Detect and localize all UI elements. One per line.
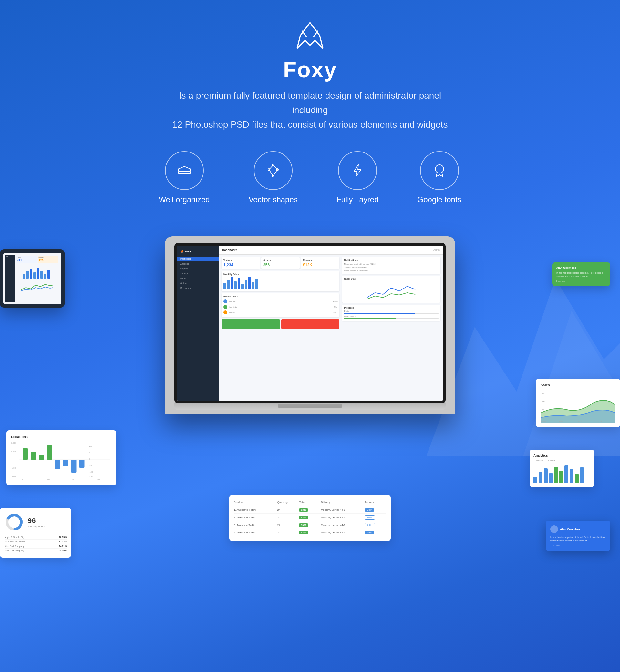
dash-right-card-1: Notifications New order received from us…: [342, 257, 441, 274]
svg-text:0.2: 0.2: [541, 417, 545, 419]
notif-green-time: 1 hour ago: [556, 280, 607, 282]
svg-rect-11: [30, 269, 32, 279]
svg-text:0.4: 0.4: [541, 409, 545, 411]
svg-rect-16: [47, 270, 50, 279]
svg-text:50: 50: [89, 452, 91, 453]
sales-chart-title: Sales: [540, 383, 616, 387]
location-chart-bars: 100 50 0 -50 -100 -150: [18, 442, 112, 478]
dash-main-area: Dashboard Admin Visitors 1,234: [219, 246, 443, 401]
notif-blue-time: 1 hour ago: [550, 544, 606, 546]
dash-mini-bars: [223, 277, 338, 289]
feature-circle-lightning: [338, 151, 377, 190]
tablet-screen: M Users 421 Orders 128: [3, 253, 61, 304]
table-row: 3. Awesome T-shirt 24 $350 Moscow, Lenin…: [234, 521, 386, 529]
svg-text:$0.03: $0.03: [541, 420, 546, 422]
location-chart-title: Locations: [11, 435, 112, 439]
product-table-header: Product Quantity Total Dilivery Actions: [234, 499, 386, 505]
pen-tool-icon: [264, 162, 282, 179]
award-icon: [431, 162, 448, 179]
svg-line-1: [313, 31, 318, 37]
hero-section: Foxy Is a premium fully featured templat…: [0, 0, 620, 224]
stats-donut-chart: [4, 513, 24, 532]
analytics-card: Analytics ▬ Series A ▬ Series B: [529, 450, 594, 487]
dash-sidebar: 🦊 Foxy Dashboard Analytics Reports Setti…: [177, 246, 219, 401]
feature-vector-shapes: Vector shapes: [249, 151, 298, 204]
dash-sidebar-item-messages[interactable]: Messages: [177, 286, 219, 290]
dash-sidebar-item-users[interactable]: Users: [177, 276, 219, 281]
stats-donut-row: 96 Working Hours: [4, 513, 66, 532]
feature-label-vector: Vector shapes: [249, 195, 298, 204]
notif-blue-text: In hac habitasse platea dictumst. Pellen…: [550, 536, 606, 542]
table-row: 2. Awesome T-shirt 24 $350 Moscow, Lenin…: [234, 514, 386, 521]
feature-circle-pentool: [254, 151, 293, 190]
sales-chart-card: Sales 0.8 0.6 0.4 0.2 $0.03 $1.05 $1.06 …: [536, 379, 620, 427]
dash-topbar: Dashboard Admin: [219, 246, 443, 254]
dash-user-table: Recent Users John Doe Admin: [221, 293, 340, 317]
svg-rect-13: [37, 268, 39, 279]
hero-title: Foxy: [283, 57, 337, 82]
svg-rect-22: [55, 460, 60, 470]
svg-rect-3: [178, 172, 191, 174]
notif-green-text: In hac habitasse platea dictumst. Pellen…: [556, 271, 607, 278]
svg-rect-19: [31, 452, 36, 460]
feature-label-well-organized: Well organized: [159, 195, 210, 204]
feature-well-organized: Well organized: [159, 151, 210, 204]
dash-bar-chart: Monthly Sales: [221, 271, 340, 291]
dash-right-card-2: Quick Stats: [342, 276, 441, 303]
svg-text:-100: -100: [89, 471, 93, 473]
svg-text:$1.06: $1.06: [578, 420, 583, 422]
table-row: Nike Golf Company 24.18 $: [4, 548, 66, 553]
dash-right-col: Notifications New order received from us…: [342, 257, 441, 398]
svg-text:-50: -50: [89, 465, 92, 467]
dashboard-mockup: 🦊 Foxy Dashboard Analytics Reports Setti…: [177, 246, 443, 401]
location-chart-card: Locations 2.000 1.000 0 -1.000 -2.000: [6, 430, 116, 485]
feature-label-fonts: Google fonts: [418, 195, 461, 204]
feature-fully-layered: Fully Layred: [337, 151, 379, 204]
svg-rect-21: [47, 445, 52, 460]
table-row: 4. Awesome T-shirt 24 $350 Moscow, Lenin…: [234, 529, 386, 536]
svg-text:100: 100: [89, 445, 93, 447]
dash-sidebar-item-settings[interactable]: Settings: [177, 271, 219, 276]
svg-rect-25: [80, 460, 85, 468]
table-row: Apple & Simple City 20.95 $: [4, 535, 66, 539]
laptop-base: [174, 403, 446, 410]
analytics-bar-chart: [533, 464, 590, 483]
svg-rect-10: [26, 271, 29, 279]
table-row: Nike Golf Company 14.81 $: [4, 544, 66, 548]
dash-sidebar-item-analytics[interactable]: Analytics: [177, 261, 219, 266]
table-row: Nike Running Shoes 91.22 $: [4, 539, 66, 544]
feature-circle-layers: [165, 151, 204, 190]
dash-stat-card-2: Orders 856: [261, 257, 300, 269]
location-y-labels: 2.000 1.000 0 -1.000 -2.000: [11, 442, 18, 478]
notif-blue-header: Alan Coombes: [550, 525, 606, 533]
laptop-body: 🦊 Foxy Dashboard Analytics Reports Setti…: [165, 237, 455, 414]
content-area: 🦊 Foxy Dashboard Analytics Reports Setti…: [0, 230, 620, 672]
location-x-labels: 0.0 H3 H H0.0: [11, 479, 112, 481]
lightning-icon: [349, 162, 366, 179]
dash-stat-card-3: Revenue $12K: [301, 257, 340, 269]
stats-number: 96: [28, 517, 45, 525]
feature-label-layered: Fully Layred: [337, 195, 379, 204]
dash-stat-card-1: Visitors 1,234: [221, 257, 260, 269]
sales-area-chart: 0.8 0.6 0.4 0.2 $0.03 $1.05 $1.06 $2.08: [540, 390, 616, 423]
laptop-screen: 🦊 Foxy Dashboard Analytics Reports Setti…: [177, 246, 443, 401]
product-table-card: Product Quantity Total Dilivery Actions …: [229, 495, 391, 541]
svg-line-0: [302, 31, 307, 37]
dash-sidebar-item-reports[interactable]: Reports: [177, 266, 219, 271]
svg-text:$1.05: $1.05: [559, 420, 564, 422]
svg-rect-12: [33, 272, 36, 279]
svg-text:0.6: 0.6: [541, 400, 545, 402]
dash-sidebar-item-dashboard[interactable]: Dashboard: [177, 256, 219, 261]
svg-rect-18: [23, 448, 28, 460]
svg-rect-15: [44, 274, 47, 279]
notif-blue-name: Alan Coombes: [560, 528, 580, 531]
foxy-logo: [291, 19, 329, 52]
dash-right-card-3: Progress Design Develo: [342, 305, 441, 321]
table-row: 1. Awesome T-shirt 24 $350 Moscow, Lenin…: [234, 507, 386, 514]
dash-quick-chart: [344, 281, 438, 301]
dash-left-col: Visitors 1,234 Orders 856 Re: [221, 257, 340, 398]
dash-stats-row: Visitors 1,234 Orders 856 Re: [221, 257, 340, 269]
svg-text:-150: -150: [89, 475, 93, 477]
dash-sidebar-item-orders[interactable]: Orders: [177, 281, 219, 286]
laptop-bezel: 🦊 Foxy Dashboard Analytics Reports Setti…: [174, 243, 446, 403]
